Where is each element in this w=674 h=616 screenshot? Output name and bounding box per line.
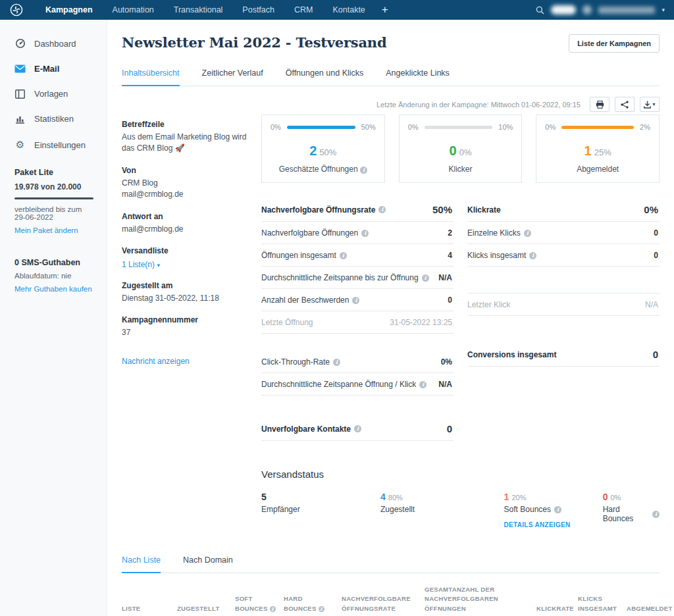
info-icon[interactable] (554, 506, 561, 513)
list-dropdown[interactable]: 1 Liste(n) ▾ (122, 260, 160, 269)
campaign-list-button[interactable]: Liste der Kampagnen (569, 34, 660, 53)
gauge-bar (287, 126, 355, 129)
nav-transaktional[interactable]: Transaktional (164, 0, 233, 20)
email-envelope-icon (14, 64, 26, 73)
card-value: 0 (450, 143, 457, 158)
subject-label: Betreffzeile (122, 120, 261, 129)
info-icon[interactable] (378, 206, 386, 213)
sms-expiry: Ablaufdatum: nie (14, 272, 93, 280)
info-icon[interactable] (361, 230, 369, 237)
from-name: CRM Blog (122, 178, 261, 189)
tab-nach-domain[interactable]: Nach Domain (183, 555, 233, 573)
change-plan-link[interactable]: Mein Paket ändern (14, 226, 78, 234)
stat-row: Öffnungen insgesamt4 (261, 244, 454, 267)
card-klicker: 0% 10% 00% Klicker (399, 115, 523, 183)
nav-add-button[interactable]: + (375, 0, 395, 20)
tab-oeffnungen-und-klicks[interactable]: Öffnungen und Klicks (286, 68, 364, 86)
buy-credits-link[interactable]: Mehr Guthaben kaufen (14, 285, 92, 293)
info-icon[interactable] (419, 381, 427, 388)
versandstatus-title: Versandstatus (261, 469, 660, 480)
versand-zugestellt: 480% Zugestellt (380, 492, 504, 529)
top-navigation: Kampagnen Automation Transaktional Postf… (0, 0, 674, 20)
sidebar-label-email: E-Mail (34, 64, 59, 74)
gear-icon: ⚙ (14, 139, 26, 151)
card-geschaetzte-oeffnungen: 0% 50% 250% Geschätzte Öffnungen (261, 115, 385, 183)
from-email: mail@crmblog.de (122, 189, 261, 200)
stat-row: Letzte Öffnung31-05-2022 13:25 (261, 311, 454, 334)
col-klickrate: Klickrate (536, 604, 573, 613)
templates-icon (14, 90, 26, 99)
info-icon[interactable] (319, 606, 324, 612)
tab-nach-liste[interactable]: Nach Liste (122, 555, 161, 573)
sidebar-item-statistiken[interactable]: Statistiken (14, 114, 107, 124)
list-breakdown-section: Nach Liste Nach Domain Liste Zugestellt … (122, 555, 660, 616)
search-icon[interactable] (536, 6, 544, 14)
campaign-tabs: Inhaltsübersicht Zeitlicher Verlauf Öffn… (122, 68, 660, 86)
card-abgemeldet: 0% 2% 125% Abgemeldet (536, 115, 660, 183)
info-icon[interactable] (333, 359, 340, 366)
campaign-info-column: Betreffzeile Aus dem Email Marketing Blo… (122, 115, 261, 529)
col-abgemeldet: Abgemeldet (627, 604, 671, 613)
col-liste: Liste (122, 604, 172, 613)
info-icon[interactable] (340, 252, 347, 259)
list-label: Versandliste (122, 246, 261, 255)
versand-empfaenger: 5 Empfänger (261, 492, 380, 529)
versandstatus-section: Versandstatus 5 Empfänger 480% Zugestell… (261, 469, 660, 529)
campaign-number-value: 37 (122, 327, 261, 338)
stat-row: Letzter KlickN/A (467, 293, 660, 316)
account-menu[interactable] (598, 7, 655, 14)
replyto-value: mail@crmblog.de (122, 224, 261, 235)
nav-kampagnen[interactable]: Kampagnen (36, 0, 103, 20)
print-button[interactable] (590, 97, 609, 112)
gauge-min: 0% (545, 123, 556, 131)
plan-usage: 19.978 von 20.000 (14, 182, 93, 192)
card-value: 2 (309, 143, 317, 158)
sidebar-item-vorlagen[interactable]: Vorlagen (14, 89, 107, 99)
tab-zeitlicher-verlauf[interactable]: Zeitlicher Verlauf (202, 68, 263, 86)
stat-row: Click-Through-Rate0% (261, 351, 454, 373)
info-icon[interactable] (270, 606, 276, 612)
nav-crm[interactable]: CRM (284, 0, 323, 20)
nav-automation[interactable]: Automation (103, 0, 164, 20)
info-icon[interactable] (360, 167, 367, 174)
stat-row: Klicks insgesamt0 (467, 244, 660, 267)
sidebar-label-vorlagen: Vorlagen (34, 89, 68, 99)
gauge-min: 0% (408, 123, 419, 131)
details-anzeigen-link[interactable]: DETAILS ANZEIGEN (504, 521, 571, 528)
sms-credits: 0 SMS-Guthaben (14, 258, 93, 267)
plan-name: Paket Lite (14, 168, 93, 177)
col-soft-bounces: Soft Bounces (235, 594, 278, 613)
nav-kontakte[interactable]: Kontakte (323, 0, 375, 20)
plan-section: Paket Lite 19.978 von 20.000 verbleibend… (14, 168, 107, 294)
gauge-bar (425, 126, 493, 129)
info-icon[interactable] (524, 230, 531, 237)
stat-row: Klickrate0% (467, 197, 660, 222)
sendinblue-logo-icon[interactable] (9, 3, 24, 17)
gauge-max: 50% (361, 123, 376, 131)
sidebar-item-einstellungen[interactable]: ⚙ Einstellungen (14, 139, 107, 151)
notification-icon[interactable] (583, 5, 592, 14)
card-pct: 25% (594, 147, 611, 157)
info-icon[interactable] (422, 274, 429, 282)
stat-row: Durchschnittliche Zeitspanne bis zur Öff… (261, 267, 454, 289)
info-icon[interactable] (354, 425, 361, 432)
sidebar-item-dashboard[interactable]: Dashboard (14, 38, 107, 49)
meta-row: Letzte Änderung in der Kampagne: Mittwoc… (122, 97, 660, 112)
info-icon[interactable] (652, 511, 660, 518)
tab-inhaltsuebersicht[interactable]: Inhaltsübersicht (122, 68, 180, 86)
download-button[interactable]: ▾ (640, 97, 660, 112)
view-message-link[interactable]: Nachricht anzeigen (122, 357, 190, 366)
share-button[interactable] (615, 97, 635, 112)
versand-soft-bounces: 120% Soft Bounces DETAILS ANZEIGEN (504, 492, 603, 529)
breakdown-tabs: Nach Liste Nach Domain (122, 555, 660, 573)
sms-section: 0 SMS-Guthaben Ablaufdatum: nie Mehr Gut… (14, 258, 93, 294)
card-label: Abgemeldet (545, 165, 650, 174)
info-icon[interactable] (529, 252, 536, 259)
sidebar-item-email[interactable]: E-Mail (14, 64, 107, 74)
nav-postfach[interactable]: Postfach (232, 0, 284, 20)
info-icon[interactable] (352, 297, 359, 304)
replyto-label: Antwort an (122, 212, 261, 221)
stats-column: 0% 50% 250% Geschätzte Öffnungen 0% 10% … (261, 115, 660, 529)
tab-angeklickte-links[interactable]: Angeklickte Links (386, 68, 450, 86)
col-zugestellt: Zugestellt (177, 604, 230, 613)
